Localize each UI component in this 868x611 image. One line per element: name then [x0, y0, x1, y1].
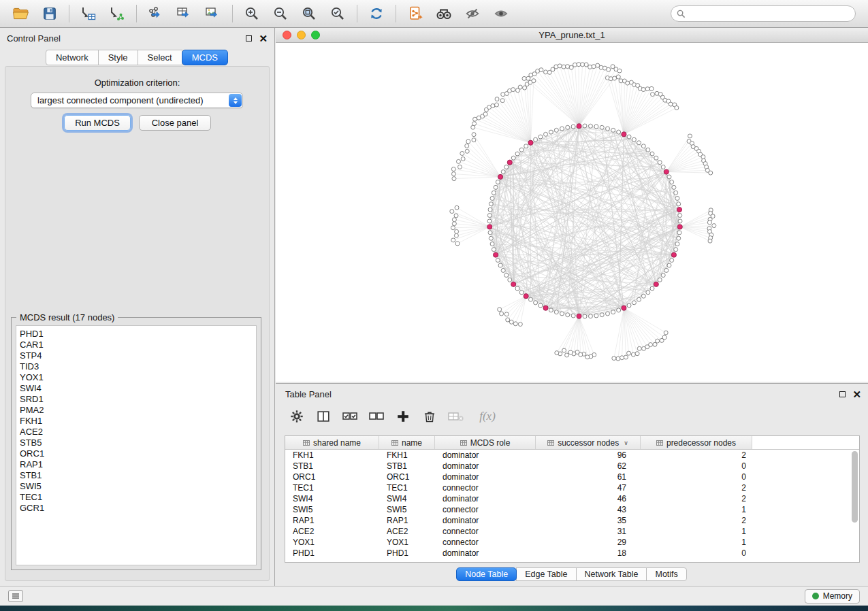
table-cell: 0 [641, 461, 752, 471]
tab-node-table[interactable]: Node Table [456, 567, 517, 581]
tab-mcds[interactable]: MCDS [182, 50, 228, 65]
mcds-result-list[interactable]: PHD1CAR1STP4TID3YOX1SWI4SRD1PMA2FKH1ACE2… [16, 325, 257, 565]
table-scrollbar[interactable] [852, 451, 858, 560]
mcds-result-item[interactable]: SWI4 [20, 383, 256, 394]
criterion-dropdown-value: largest connected component (undirected) [31, 95, 229, 105]
table-cell: 43 [536, 505, 641, 514]
table-row[interactable]: TEC1TEC1connector472 [285, 482, 859, 493]
table-row[interactable]: STB1STB1dominator620 [285, 461, 859, 472]
table-row[interactable]: YOX1YOX1connector291 [285, 537, 859, 548]
table-row[interactable]: SWI4SWI4dominator462 [285, 493, 859, 504]
hide-icon[interactable] [458, 2, 487, 25]
mcds-result-item[interactable]: STB5 [20, 437, 256, 448]
table-panel-title: Table Panel [285, 389, 332, 399]
float-panel-icon[interactable] [246, 35, 252, 42]
network-canvas[interactable] [276, 43, 868, 382]
column-header-MCDS-role[interactable]: MCDS role [435, 436, 536, 449]
search-network-icon[interactable] [430, 2, 458, 25]
tab-motifs[interactable]: Motifs [646, 567, 686, 581]
add-row-icon[interactable] [393, 406, 413, 427]
panel-list-button[interactable] [8, 590, 23, 602]
mcds-result-item[interactable]: STB1 [20, 470, 256, 481]
zoom-fit-icon[interactable] [295, 2, 323, 25]
mcds-result-item[interactable]: YOX1 [20, 372, 256, 383]
export-image-icon[interactable] [199, 2, 227, 25]
settings-gear-icon[interactable] [287, 406, 307, 427]
table-row[interactable]: SWI5SWI5connector431 [285, 504, 859, 515]
close-panel-button[interactable]: Close panel [139, 115, 211, 131]
share-document-icon[interactable] [401, 2, 430, 25]
column-header-successor-nodes[interactable]: successor nodes∨ [536, 436, 641, 449]
mcds-result-item[interactable]: TID3 [20, 361, 256, 372]
mcds-result-item[interactable]: ACE2 [20, 427, 256, 437]
close-panel-icon[interactable]: ✕ [852, 391, 861, 397]
columns-icon[interactable] [313, 406, 334, 427]
table-row[interactable]: ACE2ACE2connector311 [285, 526, 859, 537]
table-cell: 35 [536, 516, 641, 525]
tab-network-table[interactable]: Network Table [576, 567, 647, 581]
table-cell: ACE2 [379, 527, 435, 536]
table-cell: 47 [536, 483, 641, 493]
tab-style[interactable]: Style [98, 50, 138, 65]
export-network-icon[interactable] [142, 2, 170, 25]
mcds-result-item[interactable]: CAR1 [20, 340, 256, 350]
mcds-result-item[interactable]: GCR1 [20, 503, 256, 514]
criterion-dropdown[interactable]: largest connected component (undirected) [31, 93, 243, 108]
table-row[interactable]: ORC1ORC1dominator610 [285, 472, 859, 482]
search-input[interactable] [689, 7, 855, 20]
table-cell: 1 [641, 538, 752, 547]
column-header-shared-name[interactable]: shared name [285, 436, 379, 449]
zoom-out-icon[interactable] [266, 2, 295, 25]
table-cell: 2 [641, 516, 752, 525]
table-cell: RAP1 [379, 516, 435, 525]
tab-select[interactable]: Select [138, 50, 182, 65]
import-table-icon[interactable] [74, 2, 103, 25]
mcds-result-item[interactable]: PMA2 [20, 405, 256, 416]
table-cell: SWI5 [285, 505, 379, 514]
column-header-name[interactable]: name [379, 436, 435, 449]
select-all-checks-icon[interactable] [340, 406, 360, 427]
table-cell: 2 [641, 483, 752, 493]
mcds-result-item[interactable]: TEC1 [20, 492, 256, 503]
table-row[interactable]: RAP1RAP1dominator352 [285, 515, 859, 526]
deselect-all-checks-icon[interactable] [366, 406, 387, 427]
application-window: Control Panel ✕ NetworkStyleSelectMCDS O… [0, 0, 868, 611]
run-mcds-button[interactable]: Run MCDS [64, 115, 131, 131]
memory-button[interactable]: Memory [805, 589, 860, 604]
delete-row-icon[interactable] [419, 406, 440, 427]
mcds-result-item[interactable]: SRD1 [20, 394, 256, 405]
node-table-header: shared namenameMCDS rolesuccessor nodes∨… [285, 436, 859, 450]
table-cell: 61 [536, 472, 641, 482]
zoom-selected-icon[interactable] [323, 2, 352, 25]
mcds-result-item[interactable]: SWI5 [20, 481, 256, 492]
mcds-result-item[interactable]: ORC1 [20, 448, 256, 459]
mcds-result-item[interactable]: FKH1 [20, 416, 256, 427]
zoom-in-icon[interactable] [238, 2, 266, 25]
scrollbar-thumb[interactable] [852, 451, 858, 523]
column-header-predecessor-nodes[interactable]: predecessor nodes [641, 436, 752, 449]
export-table-icon[interactable] [170, 2, 199, 25]
tab-network[interactable]: Network [46, 50, 99, 65]
open-folder-icon[interactable] [7, 2, 35, 25]
network-window-titlebar[interactable]: YPA_prune.txt_1 [276, 28, 868, 43]
control-panel-tabs: NetworkStyleSelectMCDS [0, 50, 274, 65]
table-cell: dominator [435, 472, 536, 482]
import-network-icon[interactable] [103, 2, 131, 25]
table-cell: 2 [641, 450, 752, 460]
control-panel-title: Control Panel [7, 33, 61, 44]
mcds-result-item[interactable]: PHD1 [20, 329, 256, 340]
tab-edge-table[interactable]: Edge Table [516, 567, 576, 581]
table-row[interactable]: FKH1FKH1dominator962 [285, 450, 859, 461]
close-panel-icon[interactable]: ✕ [259, 35, 268, 42]
table-cell: ACE2 [285, 527, 379, 536]
table-cell: TEC1 [285, 483, 379, 493]
search-box[interactable] [671, 5, 856, 22]
show-icon[interactable] [487, 2, 515, 25]
mcds-result-item[interactable]: STP4 [20, 350, 256, 361]
save-icon[interactable] [35, 2, 64, 25]
table-cell: 1 [641, 505, 752, 514]
float-panel-icon[interactable] [839, 391, 846, 397]
table-row[interactable]: PHD1PHD1dominator180 [285, 548, 859, 559]
mcds-result-item[interactable]: RAP1 [20, 459, 256, 470]
refresh-icon[interactable] [362, 2, 391, 25]
